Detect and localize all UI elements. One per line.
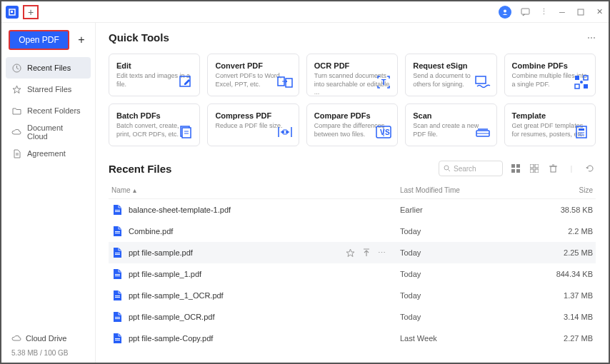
tool-title: Compress PDF (215, 111, 291, 120)
svg-text:T: T (381, 78, 386, 86)
svg-rect-38 (511, 169, 515, 173)
svg-rect-60 (115, 338, 120, 339)
batch-icon (178, 124, 194, 140)
file-row[interactable]: ppt file-sample-Copy.pdfLast Week2.27 MB (109, 328, 596, 349)
compare-icon: VS (376, 124, 391, 140)
search-placeholder: Search (454, 165, 476, 173)
sidebar-item-starred-files[interactable]: Starred Files (1, 79, 95, 100)
column-modified[interactable]: Last Modified Time (400, 186, 543, 194)
content-area: Quick Tools ⋯ EditEdit texts and images … (96, 23, 609, 363)
sidebar-item-document-cloud[interactable]: Document Cloud (1, 121, 95, 143)
svg-rect-1 (11, 11, 13, 13)
cloud-icon (11, 127, 21, 137)
file-row[interactable]: ppt file-sample_OCR.pdfToday3.14 MB (109, 306, 596, 328)
tool-title: Scan (413, 111, 489, 120)
add-button[interactable]: + (75, 34, 88, 46)
file-modified: Today (400, 248, 543, 257)
sidebar-item-recent-files[interactable]: Recent Files (6, 57, 91, 79)
ocr-icon: T (376, 74, 391, 90)
titlebar: + ⋮ ─ ✕ (1, 1, 609, 23)
tool-title: OCR PDF (314, 61, 390, 70)
svg-rect-57 (115, 297, 120, 298)
file-size: 2.2 MB (543, 227, 593, 236)
more-icon[interactable]: ⋯ (378, 248, 386, 258)
pdf-icon (111, 247, 123, 258)
file-row[interactable]: ppt file-sample_1_OCR.pdfToday1.37 MB (109, 285, 596, 306)
file-size: 844.34 KB (543, 270, 593, 278)
sidebar-item-recent-folders[interactable]: Recent Folders (1, 100, 95, 121)
app-icon (6, 6, 19, 19)
convert-icon (277, 74, 293, 90)
tool-compare-pdfs[interactable]: Compare PDFsCompare the differences betw… (306, 103, 398, 146)
compress-icon (277, 124, 293, 140)
svg-rect-55 (115, 275, 120, 276)
file-size: 3.14 MB (543, 313, 593, 321)
storage-text: 5.38 MB / 100 GB (1, 349, 95, 363)
quick-tools-more-icon[interactable]: ⋯ (587, 33, 596, 43)
sidebar-item-label: Agreement (27, 149, 66, 158)
delete-icon[interactable] (547, 163, 559, 174)
file-name-text: ppt file-sample.pdf (129, 248, 193, 257)
file-row[interactable]: Combine.pdfToday2.2 MB (109, 221, 596, 242)
svg-point-2 (504, 9, 506, 12)
file-size: 38.58 KB (543, 206, 593, 214)
open-pdf-button[interactable]: Open PDF (9, 30, 69, 50)
svg-rect-43 (535, 169, 539, 173)
menu-icon[interactable]: ⋮ (539, 7, 549, 17)
tool-edit[interactable]: EditEdit texts and images in a file. (109, 54, 200, 96)
svg-rect-54 (115, 274, 120, 275)
clock-icon (11, 63, 21, 73)
sidebar: Open PDF + Recent FilesStarred FilesRece… (1, 23, 96, 363)
tool-template[interactable]: TemplateGet great PDF templates for resu… (504, 103, 596, 146)
feedback-icon[interactable] (520, 7, 530, 17)
file-row[interactable]: balance-sheet-template-1.pdfEarlier38.58… (109, 199, 596, 221)
tool-title: Edit (116, 61, 192, 70)
close-button[interactable]: ✕ (594, 7, 604, 17)
upload-icon[interactable] (362, 248, 371, 258)
file-name-text: Combine.pdf (129, 227, 173, 236)
new-tab-button[interactable]: + (23, 5, 39, 19)
pdf-icon (111, 204, 123, 216)
svg-rect-15 (575, 84, 579, 89)
tool-convert-pdf[interactable]: Convert PDFConvert PDFs to Word, Excel, … (207, 54, 299, 96)
list-view-icon[interactable] (510, 163, 521, 174)
search-icon (444, 165, 451, 172)
tool-ocr-pdf[interactable]: OCR PDFTurn scanned documents into searc… (306, 54, 398, 96)
search-input[interactable]: Search (439, 161, 503, 176)
template-icon (574, 124, 589, 140)
file-name-text: ppt file-sample_OCR.pdf (129, 313, 214, 321)
pdf-icon (111, 268, 123, 280)
column-name[interactable]: Name ▴ (111, 186, 400, 194)
tool-title: Compare PDFs (314, 111, 390, 120)
edit-icon (178, 74, 194, 90)
column-size[interactable]: Size (543, 186, 593, 194)
tool-combine-pdfs[interactable]: Combine PDFsCombine multiple files into … (504, 54, 596, 96)
user-avatar[interactable] (499, 6, 511, 19)
pdf-icon (111, 290, 123, 301)
tool-scan[interactable]: ScanScan and create a new PDF file. (405, 103, 496, 146)
tool-batch-pdfs[interactable]: Batch PDFsBatch convert, create, print, … (109, 103, 200, 146)
file-modified: Today (400, 291, 543, 300)
svg-rect-40 (530, 164, 534, 168)
sidebar-item-label: Recent Folders (27, 106, 81, 115)
file-name-text: ppt file-sample-Copy.pdf (129, 334, 213, 343)
tool-compress-pdf[interactable]: Compress PDFReduce a PDF file size. (207, 103, 299, 146)
grid-view-icon[interactable] (529, 163, 540, 174)
pdf-icon (111, 311, 123, 323)
svg-rect-3 (521, 9, 529, 14)
maximize-button[interactable] (576, 7, 586, 17)
tool-request-esign[interactable]: Request eSignSend a document to others f… (405, 54, 496, 96)
svg-point-34 (444, 166, 449, 170)
star-icon[interactable] (346, 248, 355, 258)
svg-rect-4 (578, 9, 584, 15)
file-row[interactable]: ppt file-sample.pdf ⋯ Today2.25 MB (109, 242, 596, 263)
tool-title: Combine PDFs (512, 61, 588, 70)
sidebar-item-agreement[interactable]: Agreement (1, 143, 95, 164)
svg-rect-61 (115, 340, 120, 340)
file-name-text: ppt file-sample_1.pdf (129, 270, 201, 278)
refresh-icon[interactable] (584, 163, 596, 174)
cloud-drive-link[interactable]: Cloud Drive (1, 328, 95, 349)
file-row[interactable]: ppt file-sample_1.pdfToday844.34 KB (109, 263, 596, 285)
minimize-button[interactable]: ─ (557, 7, 567, 17)
sidebar-item-label: Document Cloud (27, 123, 85, 141)
